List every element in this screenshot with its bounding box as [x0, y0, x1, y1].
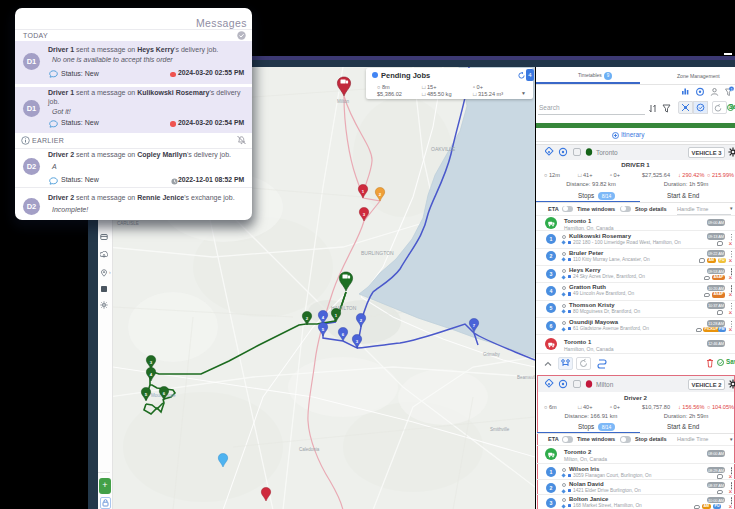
svg-text:OAKVILLE: OAKVILLE [431, 146, 456, 152]
svg-text:CARLISLE: CARLISLE [117, 221, 139, 226]
svg-text:Caledonia: Caledonia [299, 447, 320, 452]
svg-text:Beamsville: Beamsville [517, 375, 535, 380]
svg-text:Grimsby: Grimsby [483, 352, 500, 357]
svg-text:Smithville: Smithville [490, 427, 510, 432]
svg-text:BURLINGTON: BURLINGTON [361, 250, 394, 256]
svg-text:Milton: Milton [337, 99, 350, 104]
